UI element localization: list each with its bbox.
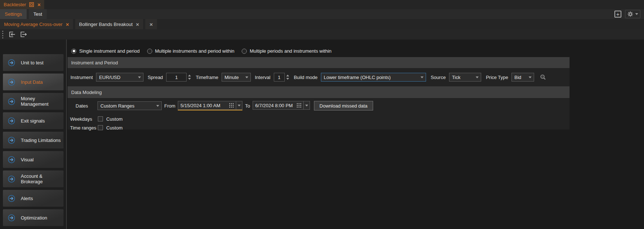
export-icon — [20, 31, 27, 38]
dates-mode-select[interactable]: Custom Ranges — [97, 101, 162, 110]
build-mode-label: Build mode — [294, 75, 318, 80]
section-title: Data Modeling — [71, 90, 102, 95]
sidebar-item-account-brokerage[interactable]: Account & Brokerage — [3, 170, 64, 187]
chevron-down-icon — [529, 76, 532, 78]
close-icon[interactable]: × — [66, 22, 69, 27]
sidebar-item-unit-to-test[interactable]: Unit to test — [3, 54, 64, 71]
timeframe-label: Timeframe — [196, 75, 218, 80]
add-strategy-button[interactable]: + — [614, 11, 621, 18]
section-header-instrument-period: Instrument and Period — [68, 57, 570, 68]
spread-value[interactable]: 1 — [166, 73, 187, 82]
radio-label: Single instrument and period — [79, 48, 140, 54]
export-settings-button[interactable] — [19, 30, 27, 38]
tab-moving-average-crossover[interactable]: Moving Average Cross-over × — [0, 19, 73, 29]
settings-menu-button[interactable] — [625, 10, 640, 18]
time-ranges-custom-checkbox[interactable] — [98, 125, 103, 130]
plus-icon: + — [616, 11, 620, 17]
strategy-toolbar — [0, 29, 644, 40]
calendar-grid-icon[interactable] — [297, 103, 301, 108]
tab-test[interactable]: Test — [29, 9, 47, 19]
source-label: Source — [431, 75, 446, 80]
time-ranges-custom-label: Custom — [106, 125, 123, 131]
from-date-dropdown-button[interactable] — [236, 101, 242, 110]
sidebar-item-label: Unit to test — [21, 60, 43, 65]
arrow-up-icon[interactable] — [286, 75, 289, 76]
to-date-value: 6/7/2024 8:00 PM — [255, 103, 294, 108]
price-type-label: Price Type — [486, 75, 508, 80]
close-icon[interactable]: × — [136, 22, 139, 27]
timeframe-select[interactable]: Minute — [222, 73, 251, 82]
radio-single-instrument[interactable]: Single instrument and period — [71, 48, 140, 54]
sidebar-item-input-data[interactable]: Input Data — [3, 74, 64, 90]
close-icon[interactable]: × — [150, 22, 153, 27]
weekdays-label: Weekdays — [70, 116, 98, 122]
arrow-down-icon[interactable] — [188, 78, 191, 80]
circle-arrow-icon — [8, 117, 15, 125]
input-data-panel: Single instrument and period Multiple in… — [67, 40, 644, 229]
sidebar-item-label: Optimization — [21, 215, 47, 221]
window-tab-close-icon[interactable]: × — [37, 2, 41, 7]
to-date-dropdown-button[interactable] — [304, 101, 310, 110]
stepper-arrows[interactable] — [188, 75, 191, 80]
weekdays-custom-checkbox[interactable] — [98, 116, 103, 121]
window-tab-backtester[interactable]: Backtester × — [0, 0, 44, 9]
to-date-picker[interactable]: 6/7/2024 8:00 PM — [253, 101, 310, 110]
sidebar-item-optimization[interactable]: Optimization — [3, 209, 64, 226]
circle-arrow-icon — [8, 98, 15, 105]
calendar-grid-icon[interactable] — [229, 103, 234, 108]
arrow-down-icon[interactable] — [286, 78, 289, 80]
circle-arrow-icon — [8, 214, 15, 222]
tab-empty[interactable]: × — [145, 19, 157, 29]
tab-bollinger-bands-breakout[interactable]: Bollinger Bands Breakout × — [75, 19, 143, 29]
source-select[interactable]: Tick — [449, 73, 481, 82]
sidebar-item-exit-signals[interactable]: Exit signals — [3, 112, 64, 129]
instrument-period-row: Instrument EUR/USD Spread 1 Timeframe Mi… — [68, 68, 570, 86]
chevron-down-icon — [156, 105, 159, 107]
instrument-label: Instrument — [70, 75, 93, 80]
import-settings-button[interactable] — [8, 30, 16, 38]
arrow-up-icon[interactable] — [188, 75, 191, 76]
gear-icon — [627, 11, 633, 17]
to-date-field[interactable]: 6/7/2024 8:00 PM — [253, 101, 304, 110]
sidebar-item-visual[interactable]: Visual — [3, 151, 64, 168]
sidebar-item-label: Trading Limitations — [21, 138, 61, 143]
section-header-data-modeling: Data Modeling — [68, 86, 570, 98]
interval-value[interactable]: 1 — [274, 73, 285, 82]
circle-arrow-icon — [8, 78, 15, 86]
sidebar-item-money-management[interactable]: Money Management — [3, 93, 64, 110]
tab-settings[interactable]: Settings — [0, 9, 27, 19]
dates-mode-value: Custom Ranges — [98, 103, 137, 109]
sidebar-item-label: Exit signals — [21, 118, 45, 124]
tab-settings-label: Settings — [5, 11, 22, 17]
radio-icon[interactable] — [242, 49, 247, 54]
spread-stepper[interactable]: 1 — [166, 73, 191, 82]
search-icon[interactable] — [540, 74, 547, 81]
spread-label: Spread — [147, 75, 163, 80]
dates-row: Dates Custom Ranges From 5/15/2024 1:00 … — [68, 101, 570, 111]
strategy-tab-bar: Moving Average Cross-over × Bollinger Ba… — [0, 19, 644, 29]
sidebar-item-label: Account & Brokerage — [21, 173, 64, 184]
build-mode-select[interactable]: Lower timeframe (OHLC points) — [321, 73, 426, 82]
instrument-select[interactable]: EUR/USD — [96, 73, 143, 82]
restore-window-icon[interactable] — [29, 2, 34, 7]
radio-multiple-instruments[interactable]: Multiple instruments and period within — [147, 48, 235, 54]
radio-icon[interactable] — [71, 49, 76, 54]
tab-label: Moving Average Cross-over — [4, 22, 62, 27]
radio-multiple-periods[interactable]: Multiple periods and instruments within — [242, 48, 331, 54]
chevron-down-icon — [138, 76, 141, 78]
sidebar-item-alerts[interactable]: Alerts — [3, 190, 64, 207]
stepper-arrows[interactable] — [286, 75, 289, 80]
radio-icon[interactable] — [147, 49, 152, 54]
circle-arrow-icon — [8, 156, 15, 164]
toolbar-grip-handle[interactable] — [2, 31, 3, 38]
interval-stepper[interactable]: 1 — [274, 73, 289, 82]
sidebar-item-label: Input Data — [21, 79, 43, 85]
from-date-field[interactable]: 5/15/2024 1:00 AM — [178, 101, 236, 110]
sidebar-item-trading-limitations[interactable]: Trading Limitations — [3, 132, 64, 149]
download-missed-data-button[interactable]: Download missed data — [314, 101, 373, 110]
from-date-picker[interactable]: 5/15/2024 1:00 AM — [178, 101, 242, 110]
tab-test-label: Test — [34, 11, 42, 17]
price-type-select[interactable]: Bid — [511, 73, 534, 82]
interval-label: Interval — [255, 75, 271, 80]
test-mode-radio-group: Single instrument and period Multiple in… — [71, 48, 331, 54]
